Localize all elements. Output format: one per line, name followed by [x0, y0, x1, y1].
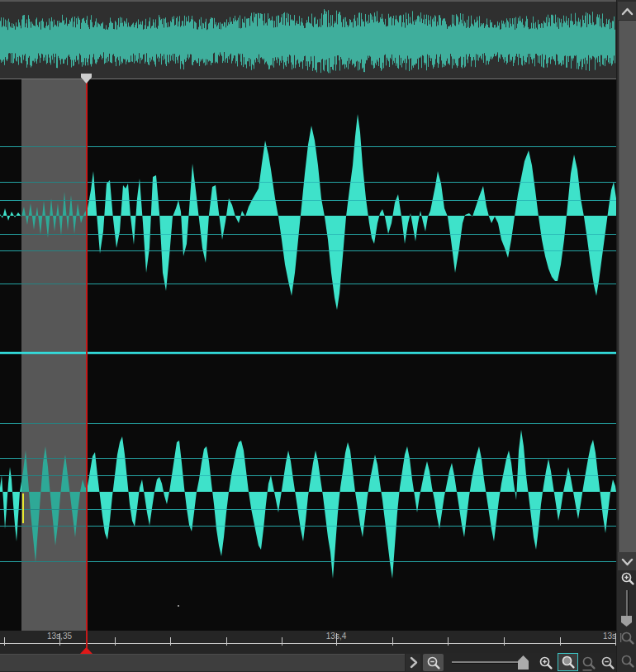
ruler-minor-tick [170, 637, 171, 646]
panel-divider [0, 79, 616, 79]
vertical-scrollbar-thumb[interactable] [619, 21, 636, 552]
playhead-line [86, 79, 88, 654]
zoom-reset-button[interactable] [600, 654, 616, 671]
chevron-up-icon [619, 3, 635, 19]
magnifier-dim-icon [619, 653, 636, 670]
magnifier-minus-icon [425, 655, 442, 671]
main-waveform-area[interactable] [0, 79, 616, 631]
chevron-down-icon [619, 554, 635, 570]
chevron-right-icon [406, 655, 421, 670]
magnifier-plus-icon [538, 655, 554, 671]
time-ruler[interactable]: 13s,35 13s,4 13s,45 [0, 631, 616, 653]
magnifier-icon [560, 654, 577, 670]
scroll-up-button[interactable] [618, 2, 636, 20]
ruler-minor-tick [448, 637, 449, 646]
vertical-zoom-selection-button[interactable] [619, 652, 636, 670]
zoom-out-button[interactable] [423, 654, 444, 671]
scroll-right-button[interactable] [406, 654, 420, 671]
zoom-in-button[interactable] [538, 654, 554, 671]
vertical-zoom-in-button[interactable] [619, 570, 636, 587]
ruler-minor-tick [504, 637, 505, 646]
ruler-major-tick [59, 633, 60, 646]
vertical-scrollbar-column [616, 0, 636, 672]
zoom-tool-active-button[interactable] [558, 653, 578, 671]
waveform-left-channel [0, 114, 616, 310]
zoom-slider-thumb[interactable] [518, 655, 529, 670]
magnifier-minus-icon [600, 655, 616, 671]
ruler-minor-tick [226, 637, 227, 646]
ruler-minor-tick [115, 637, 116, 646]
audio-editor-window: 13s,35 13s,4 13s,45 [0, 0, 636, 672]
overview-waveform [0, 2, 616, 79]
ruler-minor-tick [4, 637, 5, 646]
ruler-baseline [0, 643, 616, 644]
ruler-major-tick [336, 633, 337, 646]
ruler-minor-tick [392, 637, 393, 646]
magnifier-selection-icon [581, 655, 597, 671]
waveform-right-channel [0, 430, 616, 579]
selection-edge-mark [22, 493, 24, 523]
zoom-slider-track[interactable] [452, 661, 526, 664]
ruler-minor-tick [560, 637, 561, 646]
bottom-toolbar [0, 653, 616, 672]
vertical-zoom-slider-thumb[interactable] [621, 616, 632, 627]
scroll-down-button[interactable] [618, 552, 636, 570]
stereo-waveform [0, 79, 616, 631]
magnifier-plus-icon [619, 570, 636, 587]
vertical-zoom-fit-button[interactable] [619, 629, 636, 646]
ruler-minor-tick [282, 637, 282, 646]
magnifier-fit-icon [619, 630, 636, 646]
time-label: 13s,45 [582, 631, 616, 641]
overview-waveform-panel[interactable] [0, 0, 616, 79]
horizontal-scrollbar-thumb[interactable] [0, 654, 405, 671]
zoom-to-selection-button[interactable] [580, 654, 597, 671]
